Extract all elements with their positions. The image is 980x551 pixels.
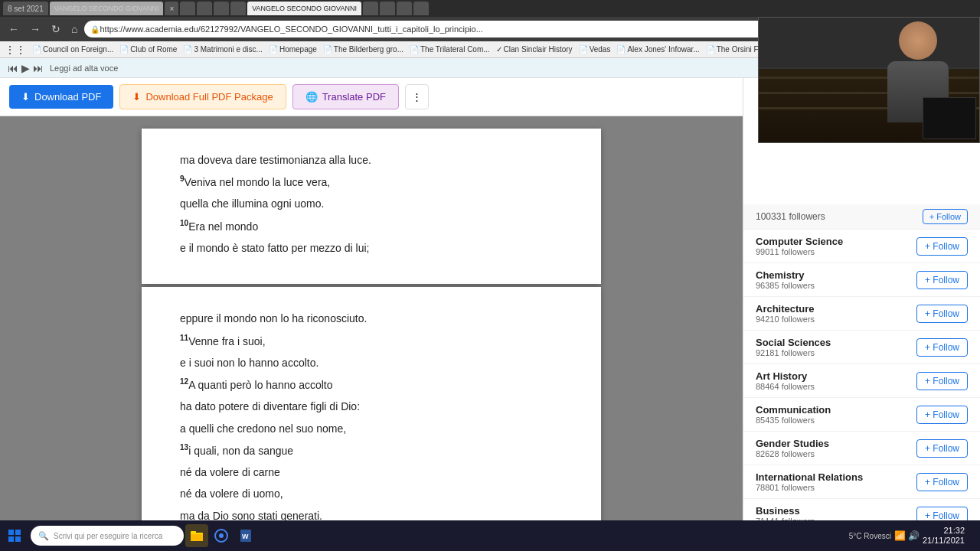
follow-item-5: Communication 85435 followers + Follow [743, 398, 980, 432]
follow-button-1[interactable]: + Follow [916, 271, 968, 289]
svg-rect-2 [8, 536, 14, 542]
bookmark-9[interactable]: 📄 Alex Jones' Infowar... [616, 45, 699, 54]
follow-item-name-8: Business [756, 505, 916, 517]
windows-start-icon[interactable] [3, 524, 26, 547]
pdf-line-14: né da volere di uomo, [180, 485, 563, 502]
forward-button[interactable]: → [26, 21, 44, 37]
bookmark-4[interactable]: 📄 Homepage [269, 45, 317, 54]
tab-extra-9[interactable] [413, 2, 429, 15]
tab-extra-7[interactable] [380, 2, 395, 15]
translate-button[interactable]: 🌐 Translate PDF [292, 84, 399, 109]
tab-1[interactable]: 8 set 2021 [3, 2, 48, 15]
taskbar-chrome[interactable] [210, 524, 233, 547]
tts-play-button[interactable]: ▶ [21, 62, 30, 74]
follow-item-info-4: Art History 88464 followers [756, 370, 916, 391]
pdf-page-1: ma doveva dare testimonianza alla luce. … [142, 129, 601, 284]
follow-item-name-7: International Relations [756, 471, 916, 483]
weather-text: 5°C Rovesci [849, 532, 891, 540]
follow-item-2: Architecture 94210 followers + Follow [743, 297, 980, 331]
url-bar[interactable]: 🔒 https://www.academia.edu/62127992/VANG… [84, 21, 816, 37]
follow-item-4: Art History 88464 followers + Follow [743, 364, 980, 398]
active-tab-label: VANGELO SECONDO GIOVANNI [54, 5, 159, 12]
bookmark-8[interactable]: 📄 Vedas [579, 45, 611, 54]
follow-item-info-0: Computer Science 99011 followers [756, 236, 916, 256]
tab-active-main[interactable]: VANGELO SECONDO GIOVANNI [247, 2, 361, 15]
follow-button-6[interactable]: + Follow [916, 439, 968, 458]
pdf-line-13: né da volere di carne [180, 464, 563, 481]
follow-button-5[interactable]: + Follow [916, 406, 968, 424]
volume-icon[interactable]: 🔊 [908, 530, 920, 541]
follow-button-7[interactable]: + Follow [916, 473, 968, 491]
tts-prev-button[interactable]: ⏮ [8, 62, 18, 74]
pdf-line-2: 9Veniva nel mondo la luce vera, [180, 173, 563, 191]
follow-item-count-4: 88464 followers [756, 382, 916, 391]
follow-item-name-1: Chemistry [756, 269, 916, 281]
more-options-button[interactable]: ⋮ [405, 84, 429, 109]
download-pdf-button[interactable]: ⬇ Download PDF [9, 85, 113, 109]
tray-clock[interactable]: 21:32 21/11/2021 [923, 526, 965, 546]
pdf-area: ⬇ Download PDF ⬇ Download Full PDF Packa… [0, 78, 743, 551]
bookmark-6[interactable]: 📄 The Trilateral Com... [410, 45, 490, 54]
follow-button-3[interactable]: + Follow [916, 338, 968, 357]
refresh-button[interactable]: ↻ [47, 21, 64, 37]
tab-extra-1[interactable] [180, 2, 195, 15]
video-overlay [758, 78, 980, 143]
pdf-line-5: e il mondo è stato fatto per mezzo di lu… [180, 240, 563, 256]
video-pip-small [923, 97, 976, 139]
follow-item-info-5: Communication 85435 followers [756, 404, 916, 425]
tts-controls: ⏮ ▶ ⏭ [8, 62, 44, 74]
apps-icon[interactable]: ⋮⋮ [5, 44, 26, 56]
svg-text:W: W [242, 533, 249, 540]
follow-item-name-3: Social Sciences [756, 337, 916, 348]
taskbar-search-icon: 🔍 [38, 531, 49, 541]
network-icon[interactable]: 📶 [894, 530, 906, 541]
tts-next-button[interactable]: ⏭ [33, 62, 44, 74]
tray-date-value: 21/11/2021 [923, 536, 965, 546]
pdf-line-1: ma doveva dare testimonianza alla luce. [180, 152, 563, 168]
follow-item-name-0: Computer Science [756, 236, 916, 247]
bookmark-1[interactable]: 📄 Council on Foreign... [32, 45, 113, 54]
taskbar-word[interactable]: W [234, 524, 257, 547]
tab-extra-2[interactable] [197, 2, 212, 15]
download-full-button[interactable]: ⬇ Download Full PDF Package [119, 84, 286, 109]
follow-button-0[interactable]: + Follow [916, 237, 968, 256]
follow-item-1: Chemistry 96385 followers + Follow [743, 263, 980, 297]
pdf-content[interactable]: ma doveva dare testimonianza alla luce. … [0, 116, 743, 551]
bookmark-2[interactable]: 📄 Club of Rome [119, 45, 177, 54]
follow-list: Computer Science 99011 followers + Follo… [743, 230, 980, 533]
tab-2[interactable]: VANGELO SECONDO GIOVANNI [50, 2, 164, 15]
tab-extra-6[interactable] [363, 2, 378, 15]
tab-extra-8[interactable] [397, 2, 412, 15]
follow-item-3: Social Sciences 92181 followers + Follow [743, 331, 980, 364]
top-follow-button[interactable]: + Follow [923, 209, 968, 224]
home-button[interactable]: ⌂ [67, 21, 81, 37]
download-full-icon: ⬇ [132, 91, 141, 103]
follow-button-2[interactable]: + Follow [916, 305, 968, 323]
tray-icons: 📶 🔊 [894, 530, 920, 541]
sidebar: 100331 followers + Follow Computer Scien… [743, 78, 980, 551]
follow-item-name-2: Architecture [756, 303, 916, 315]
bookmark-5[interactable]: 📄 The Bilderberg gro... [323, 45, 403, 54]
tab-extra-3[interactable] [214, 2, 229, 15]
taskbar: 🔍 Scrivi qui per eseguire la ricerca W 5… [0, 520, 980, 551]
taskbar-file-explorer[interactable] [185, 524, 208, 547]
taskbar-search-box[interactable]: 🔍 Scrivi qui per eseguire la ricerca [31, 526, 184, 546]
follow-item-count-7: 78801 followers [756, 483, 916, 492]
more-icon: ⋮ [412, 91, 422, 103]
tab-3[interactable]: × [165, 2, 178, 15]
tab-extra-4[interactable] [230, 2, 246, 15]
follower-top-count: 100331 followers [756, 211, 825, 222]
svg-rect-0 [8, 530, 14, 535]
pdf-page-2: eppure il mondo non lo ha riconosciuto. … [142, 287, 601, 551]
follow-item-count-5: 85435 followers [756, 416, 916, 425]
url-text[interactable]: https://www.academia.edu/62127992/VANGEL… [100, 24, 482, 34]
follow-item-info-6: Gender Studies 82628 followers [756, 438, 916, 458]
follow-button-4[interactable]: + Follow [916, 372, 968, 390]
follow-item-info-1: Chemistry 96385 followers [756, 269, 916, 290]
follow-item-6: Gender Studies 82628 followers + Follow [743, 432, 980, 465]
back-button[interactable]: ← [5, 21, 23, 37]
bookmark-3[interactable]: 📄 3 Matrimoni e disc... [183, 45, 262, 54]
follow-item-count-3: 92181 followers [756, 348, 916, 357]
pdf-line-12: 13i quali, non da sangue [180, 442, 563, 459]
bookmark-7[interactable]: ✓ Clan Sinclair History [496, 45, 573, 54]
